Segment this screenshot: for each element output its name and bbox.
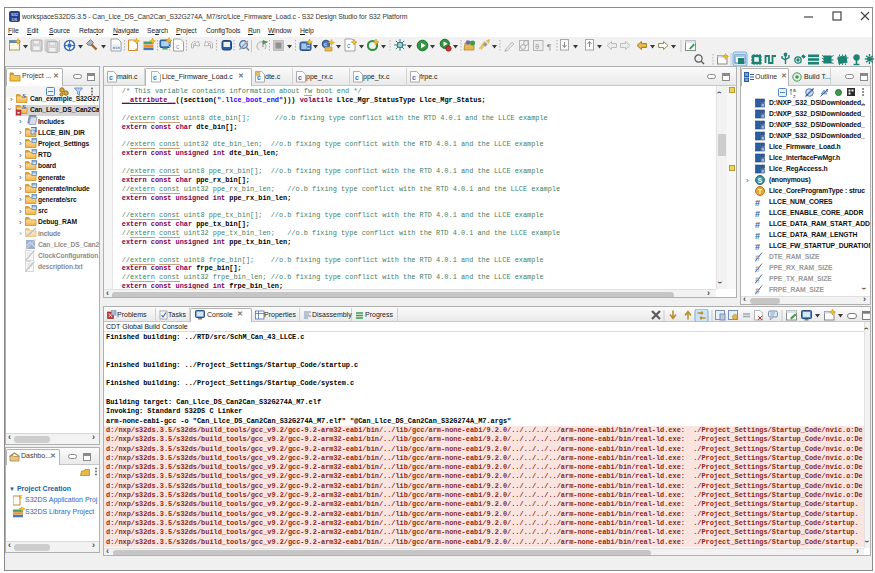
svg-text:0: 0 xyxy=(535,44,539,51)
svg-text:¶: ¶ xyxy=(547,42,551,52)
svg-text:c: c xyxy=(176,43,180,50)
svg-text:010: 010 xyxy=(113,46,121,50)
svg-text:S: S xyxy=(758,177,763,184)
svg-text:c: c xyxy=(324,41,327,47)
svg-text:T: T xyxy=(758,188,762,195)
